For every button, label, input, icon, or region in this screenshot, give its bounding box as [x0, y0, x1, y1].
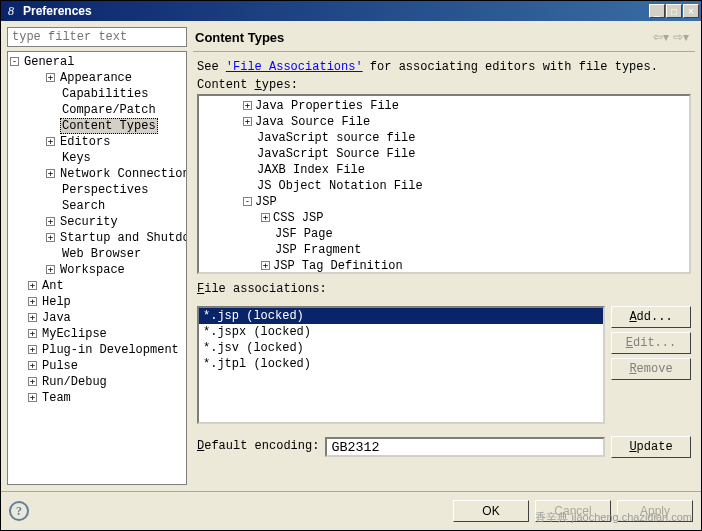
- tree-item[interactable]: +MyEclipse: [10, 326, 184, 342]
- expand-icon[interactable]: +: [46, 233, 55, 242]
- expand-icon[interactable]: +: [46, 265, 55, 274]
- tree-item[interactable]: +Help: [10, 294, 184, 310]
- app-icon: 8: [3, 3, 19, 19]
- content-type-item[interactable]: +Java Properties File: [201, 98, 687, 114]
- maximize-button[interactable]: □: [666, 4, 682, 18]
- file-associations-label: File associations:: [197, 282, 691, 296]
- tree-item[interactable]: Web Browser: [10, 246, 184, 262]
- tree-item[interactable]: Keys: [10, 150, 184, 166]
- back-icon[interactable]: ⇦▾: [651, 29, 671, 45]
- add-button[interactable]: Add...: [611, 306, 691, 328]
- minimize-button[interactable]: _: [649, 4, 665, 18]
- file-association-item[interactable]: *.jtpl (locked): [199, 356, 603, 372]
- preferences-tree[interactable]: -General+AppearanceCapabilitiesCompare/P…: [7, 51, 187, 485]
- tree-item[interactable]: +Editors: [10, 134, 184, 150]
- expand-icon[interactable]: +: [243, 117, 252, 126]
- apply-button[interactable]: Apply: [617, 500, 693, 522]
- see-text: See 'File Associations' for associating …: [197, 60, 691, 74]
- tree-item[interactable]: +Startup and Shutdown: [10, 230, 184, 246]
- tree-item[interactable]: Capabilities: [10, 86, 184, 102]
- update-button[interactable]: Update: [611, 436, 691, 458]
- file-associations-list[interactable]: *.jsp (locked)*.jspx (locked)*.jsv (lock…: [197, 306, 605, 424]
- expand-icon[interactable]: +: [28, 361, 37, 370]
- content-type-item[interactable]: +JSP Tag Definition: [201, 258, 687, 274]
- expand-icon[interactable]: +: [261, 261, 270, 270]
- content-type-item[interactable]: JSP Fragment: [201, 242, 687, 258]
- close-button[interactable]: ×: [683, 4, 699, 18]
- tree-item[interactable]: +Team: [10, 390, 184, 406]
- help-icon[interactable]: ?: [9, 501, 29, 521]
- tree-item[interactable]: +Appearance: [10, 70, 184, 86]
- tree-item[interactable]: Compare/Patch: [10, 102, 184, 118]
- expand-icon[interactable]: +: [28, 313, 37, 322]
- default-encoding-label: Default encoding:: [197, 439, 319, 453]
- ok-button[interactable]: OK: [453, 500, 529, 522]
- expand-icon[interactable]: +: [46, 217, 55, 226]
- expand-icon[interactable]: -: [243, 197, 252, 206]
- tree-item[interactable]: Perspectives: [10, 182, 184, 198]
- tree-item[interactable]: +Run/Debug: [10, 374, 184, 390]
- content-type-item[interactable]: JavaScript Source File: [201, 146, 687, 162]
- edit-button[interactable]: Edit...: [611, 332, 691, 354]
- file-association-item[interactable]: *.jsp (locked): [199, 308, 603, 324]
- file-association-item[interactable]: *.jsv (locked): [199, 340, 603, 356]
- window-title: Preferences: [23, 4, 649, 18]
- remove-button[interactable]: Remove: [611, 358, 691, 380]
- content-types-tree[interactable]: +Java Properties File+Java Source FileJa…: [197, 94, 691, 274]
- default-encoding-input[interactable]: [325, 437, 605, 457]
- expand-icon[interactable]: +: [28, 329, 37, 338]
- tree-item[interactable]: +Pulse: [10, 358, 184, 374]
- tree-item[interactable]: +Security: [10, 214, 184, 230]
- expand-icon[interactable]: +: [28, 281, 37, 290]
- file-associations-link[interactable]: 'File Associations': [226, 60, 363, 74]
- expand-icon[interactable]: +: [46, 137, 55, 146]
- content-type-item[interactable]: JAXB Index File: [201, 162, 687, 178]
- expand-icon[interactable]: +: [28, 297, 37, 306]
- expand-icon[interactable]: +: [243, 101, 252, 110]
- tree-item[interactable]: Content Types: [10, 118, 184, 134]
- expand-icon[interactable]: +: [28, 377, 37, 386]
- tree-item[interactable]: +Workspace: [10, 262, 184, 278]
- content-type-item[interactable]: JavaScript source file: [201, 130, 687, 146]
- filter-input[interactable]: [7, 27, 187, 47]
- forward-icon[interactable]: ⇨▾: [671, 29, 691, 45]
- page-title: Content Types: [195, 30, 651, 45]
- cancel-button[interactable]: Cancel: [535, 500, 611, 522]
- expand-icon[interactable]: -: [10, 57, 19, 66]
- content-type-item[interactable]: +CSS JSP: [201, 210, 687, 226]
- content-type-item[interactable]: +Java Source File: [201, 114, 687, 130]
- expand-icon[interactable]: +: [28, 345, 37, 354]
- tree-item[interactable]: Search: [10, 198, 184, 214]
- content-type-item[interactable]: JS Object Notation File: [201, 178, 687, 194]
- expand-icon[interactable]: +: [28, 393, 37, 402]
- titlebar[interactable]: 8 Preferences _ □ ×: [1, 1, 701, 21]
- tree-item[interactable]: +Ant: [10, 278, 184, 294]
- expand-icon[interactable]: +: [261, 213, 270, 222]
- expand-icon[interactable]: +: [46, 169, 55, 178]
- file-association-item[interactable]: *.jspx (locked): [199, 324, 603, 340]
- tree-item[interactable]: +Plug-in Development: [10, 342, 184, 358]
- tree-item[interactable]: -General: [10, 54, 184, 70]
- expand-icon[interactable]: +: [46, 73, 55, 82]
- content-types-label: Content types:: [197, 78, 691, 92]
- tree-item[interactable]: +Java: [10, 310, 184, 326]
- content-type-item[interactable]: -JSP: [201, 194, 687, 210]
- tree-item[interactable]: +Network Connections: [10, 166, 184, 182]
- content-type-item[interactable]: JSF Page: [201, 226, 687, 242]
- preferences-window: 8 Preferences _ □ × -General+AppearanceC…: [0, 0, 702, 531]
